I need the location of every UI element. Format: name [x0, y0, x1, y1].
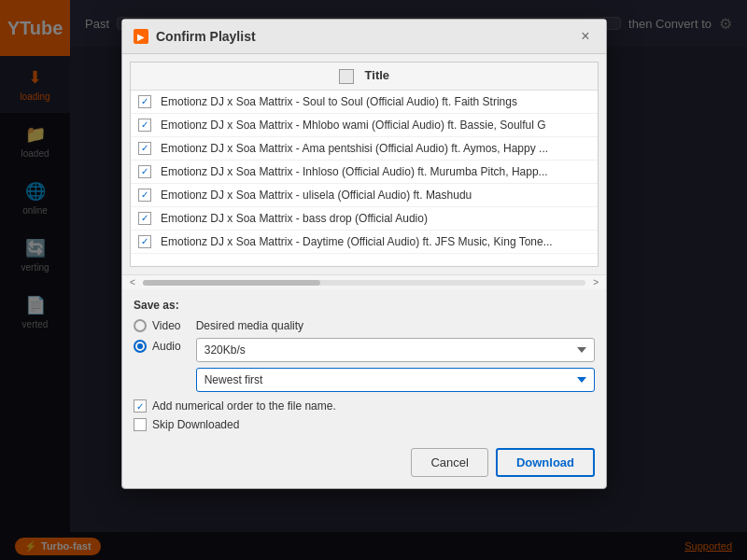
row-title-4: Emotionz DJ x Soa Mattrix - ulisela (Off…: [161, 189, 590, 202]
video-radio-button[interactable]: [134, 319, 147, 332]
scroll-thumb[interactable]: [143, 280, 320, 286]
table-row[interactable]: Emotionz DJ x Soa Mattrix - Soul to Soul…: [131, 91, 598, 114]
scroll-right-icon[interactable]: >: [589, 277, 602, 287]
save-as-label: Save as:: [134, 299, 595, 312]
row-title-3: Emotionz DJ x Soa Mattrix - Inhloso (Off…: [161, 165, 590, 178]
table-row[interactable]: Emotionz DJ x Soa Mattrix - Ama pentshis…: [131, 137, 598, 161]
format-radio-group: Video Audio: [134, 319, 181, 353]
skip-downloaded-checkbox[interactable]: [134, 418, 147, 431]
row-checkbox-1[interactable]: [138, 119, 151, 132]
row-title-1: Emotionz DJ x Soa Mattrix - Mhlobo wami …: [161, 119, 590, 132]
download-button[interactable]: Download: [496, 448, 595, 477]
quality-group: Desired media quality 128Kb/s 192Kb/s 25…: [196, 319, 595, 392]
scroll-track[interactable]: [143, 280, 585, 286]
dialog-app-icon: ▶: [134, 29, 148, 44]
add-numerical-checkbox[interactable]: [134, 399, 147, 413]
table-row[interactable]: Emotionz DJ x Soa Mattrix - Daytime (Off…: [131, 231, 598, 254]
scroll-left-icon[interactable]: <: [126, 277, 139, 287]
audio-radio-item[interactable]: Audio: [134, 340, 181, 353]
quality-select[interactable]: 128Kb/s 192Kb/s 256Kb/s 320Kb/s: [196, 338, 595, 362]
row-title-6: Emotionz DJ x Soa Mattrix - Daytime (Off…: [161, 235, 590, 248]
row-checkbox-6[interactable]: [138, 235, 151, 248]
skip-downloaded-label: Skip Downloaded: [152, 418, 239, 431]
confirm-playlist-dialog: ▶ Confirm Playlist × Title Emotionz DJ x…: [121, 19, 607, 489]
dialog-title: Confirm Playlist: [156, 29, 569, 44]
table-row[interactable]: Emotionz DJ x Soa Mattrix - Inhloso (Off…: [131, 161, 598, 184]
audio-radio-button[interactable]: [134, 340, 147, 353]
skip-downloaded-row[interactable]: Skip Downloaded: [134, 418, 595, 431]
form-row: Video Audio Desired media quality 128Kb/…: [134, 319, 595, 392]
table-rows-container: Emotionz DJ x Soa Mattrix - Soul to Soul…: [131, 91, 598, 254]
row-title-2: Emotionz DJ x Soa Mattrix - Ama pentshis…: [161, 142, 590, 155]
playlist-table[interactable]: Title Emotionz DJ x Soa Mattrix - Soul t…: [130, 62, 599, 267]
row-title-0: Emotionz DJ x Soa Mattrix - Soul to Soul…: [161, 95, 590, 108]
table-row[interactable]: Emotionz DJ x Soa Mattrix - ulisela (Off…: [131, 184, 598, 207]
row-checkbox-4[interactable]: [138, 189, 151, 202]
table-header: Title: [131, 63, 598, 91]
row-checkbox-3[interactable]: [138, 165, 151, 178]
add-numerical-row[interactable]: Add numerical order to the file name.: [134, 399, 595, 413]
close-button[interactable]: ×: [576, 27, 595, 46]
row-checkbox-0[interactable]: [138, 95, 151, 108]
row-checkbox-5[interactable]: [138, 212, 151, 225]
video-radio-label: Video: [152, 319, 180, 332]
table-row[interactable]: Emotionz DJ x Soa Mattrix - bass drop (O…: [131, 207, 598, 231]
dialog-titlebar: ▶ Confirm Playlist ×: [122, 20, 606, 54]
quality-label: Desired media quality: [196, 319, 595, 332]
cancel-button[interactable]: Cancel: [411, 448, 487, 477]
row-checkbox-2[interactable]: [138, 142, 151, 155]
horizontal-scrollbar[interactable]: < >: [122, 274, 606, 289]
row-title-5: Emotionz DJ x Soa Mattrix - bass drop (O…: [161, 212, 590, 225]
order-select[interactable]: Newest first Oldest first Original order: [196, 368, 595, 392]
table-row[interactable]: Emotionz DJ x Soa Mattrix - Mhlobo wami …: [131, 114, 598, 137]
select-all-checkbox[interactable]: [339, 69, 354, 84]
video-radio-item[interactable]: Video: [134, 319, 181, 332]
audio-radio-label: Audio: [152, 340, 181, 353]
add-numerical-label: Add numerical order to the file name.: [152, 399, 336, 413]
form-area: Save as: Video Audio Desired media quali…: [122, 289, 606, 441]
dialog-buttons: Cancel Download: [122, 441, 606, 488]
